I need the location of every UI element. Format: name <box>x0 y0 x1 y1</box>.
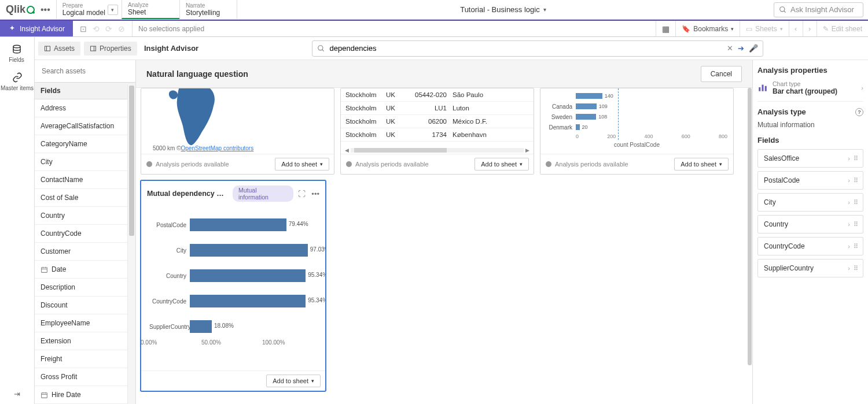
analysis-field-item[interactable]: SupplierCountry›⠿ <box>757 259 863 277</box>
assets-button[interactable]: Assets <box>38 42 80 55</box>
field-item[interactable]: CountryCode <box>35 225 135 243</box>
sparkle-icon <box>8 25 16 33</box>
app-menu-icon[interactable]: ••• <box>41 5 50 15</box>
map-credit: 5000 km ©OpenStreetMap contributors <box>153 145 253 151</box>
add-to-sheet-button[interactable]: Add to sheet ▾ <box>266 375 321 387</box>
collapse-rail-button[interactable]: ⇥ <box>8 384 26 404</box>
logo-text: Qlik <box>6 3 25 16</box>
field-item[interactable]: Freight <box>35 350 135 368</box>
periods-indicator[interactable]: Analysis periods available <box>545 161 628 168</box>
nlq-search[interactable]: ✕ ➔ 🎤 <box>312 40 763 57</box>
selections-tool-icon[interactable]: ▦ <box>656 21 675 36</box>
card-table[interactable]: StockholmUK05442-020São PauloStockholmUK… <box>340 88 534 175</box>
add-to-sheet-button[interactable]: Add to sheet ▾ <box>475 158 529 171</box>
fields-scrollbar[interactable] <box>127 84 135 404</box>
periods-indicator[interactable]: Analysis periods available <box>345 161 429 168</box>
fields-list[interactable]: AddressAverageCallSatisfactionCategoryNa… <box>35 99 135 404</box>
drag-handle-icon[interactable]: ⠿ <box>854 265 857 272</box>
sheets-button[interactable]: ▭ Sheets ▾ <box>740 21 788 36</box>
nlq-search-input[interactable] <box>330 44 722 53</box>
cancel-button[interactable]: Cancel <box>701 66 742 82</box>
card-map[interactable]: 5000 km ©OpenStreetMap contributors Anal… <box>141 88 334 175</box>
field-item[interactable]: Date <box>35 261 135 279</box>
add-to-sheet-button[interactable]: Add to sheet ▾ <box>674 158 729 171</box>
field-item[interactable]: CategoryName <box>35 135 135 153</box>
nav-tab-prepare[interactable]: Prepare Logical model ▾ <box>56 0 122 19</box>
bookmarks-button[interactable]: 🔖 Bookmarks ▾ <box>675 21 740 36</box>
cards-area[interactable]: 5000 km ©OpenStreetMap contributors Anal… <box>136 88 752 404</box>
table-row[interactable]: StockholmUK1734København <box>341 128 534 142</box>
field-item[interactable]: Extension <box>35 332 135 350</box>
card-mutual-dependency[interactable]: Mutual dependency bet… Mutual informatio… <box>141 180 326 391</box>
step-forward-icon[interactable]: ⟳ <box>105 24 112 34</box>
field-item[interactable]: ContactName <box>35 171 135 189</box>
analysis-field-item[interactable]: City›⠿ <box>757 193 863 212</box>
field-item[interactable]: Customer <box>35 243 135 261</box>
field-item[interactable]: Gross Profit <box>35 368 135 386</box>
hscroll-thumb[interactable] <box>354 148 447 153</box>
field-item[interactable]: Cost of Sale <box>35 189 135 207</box>
hbar-label: PostalCode <box>149 222 190 228</box>
chevron-down-icon[interactable]: ▾ <box>108 5 118 15</box>
periods-indicator[interactable]: Analysis periods available <box>146 161 229 168</box>
scroll-right-icon[interactable]: ▶ <box>524 147 531 153</box>
table-hscroll[interactable]: ◀ ▶ <box>341 147 534 154</box>
clear-selections-icon[interactable]: ⊘ <box>118 24 125 34</box>
nav-tab-narrate[interactable]: Narrate Storytelling <box>179 0 237 19</box>
analysis-field-item[interactable]: Country›⠿ <box>757 215 863 233</box>
card-minibar[interactable]: 140Canada109Sweden108Denmark20 020040060… <box>540 88 734 175</box>
edit-sheet-button[interactable]: ✎ Edit sheet <box>816 21 868 36</box>
field-item[interactable]: Discount <box>35 296 135 314</box>
analysis-field-item[interactable]: PostalCode›⠿ <box>757 171 863 190</box>
svg-line-1 <box>784 10 786 12</box>
rail-item-master-items[interactable]: Master items <box>0 68 34 96</box>
app-title[interactable]: Tutorial - Business logic ▾ <box>237 0 769 19</box>
add-to-sheet-button[interactable]: Add to sheet ▾ <box>275 158 329 171</box>
analysis-field-item[interactable]: SalesOffice›⠿ <box>757 149 863 168</box>
field-item[interactable]: Address <box>35 99 135 117</box>
table-row[interactable]: StockholmUK06200México D.F. <box>341 115 534 128</box>
prev-sheet-button[interactable]: ‹ <box>789 21 803 36</box>
more-icon[interactable]: ••• <box>311 190 319 198</box>
field-item[interactable]: Description <box>35 279 135 296</box>
analysis-field-item[interactable]: CountryCode›⠿ <box>757 237 863 255</box>
insight-advisor-button[interactable]: Insight Advisor <box>0 21 73 36</box>
fields-search-input[interactable] <box>38 64 132 79</box>
field-name: Cost of Sale <box>41 194 78 202</box>
field-item[interactable]: Country <box>35 207 135 225</box>
scrollbar-thumb[interactable] <box>129 86 134 236</box>
step-back-icon[interactable]: ⟲ <box>93 24 100 34</box>
drag-handle-icon[interactable]: ⠿ <box>854 243 857 250</box>
smart-search-icon[interactable]: ⊡ <box>80 24 87 34</box>
table-row[interactable]: StockholmUKLU1Luton <box>341 102 534 115</box>
hbar-label: Country <box>149 273 190 279</box>
field-item[interactable]: AverageCallSatisfaction <box>35 117 135 135</box>
search-icon <box>317 45 325 53</box>
scroll-left-icon[interactable]: ◀ <box>343 147 351 153</box>
hbar-bar <box>190 320 212 333</box>
expand-icon[interactable]: ⛶ <box>298 190 306 198</box>
scrollbar-thumb[interactable] <box>748 88 752 365</box>
nav-tab-analyze[interactable]: Analyze Sheet <box>122 0 179 19</box>
drag-handle-icon[interactable]: ⠿ <box>854 155 857 162</box>
help-icon[interactable]: ? <box>855 108 863 116</box>
drag-handle-icon[interactable]: ⠿ <box>854 221 857 228</box>
next-sheet-button[interactable]: › <box>803 21 816 36</box>
submit-arrow-icon[interactable]: ➔ <box>738 44 744 53</box>
results-scrollbar[interactable] <box>746 88 752 404</box>
properties-button[interactable]: Properties <box>84 42 137 55</box>
drag-handle-icon[interactable]: ⠿ <box>854 177 857 184</box>
field-item[interactable]: Hire Date <box>35 386 135 404</box>
osm-link[interactable]: OpenStreetMap contributors <box>181 145 254 151</box>
global-search-input[interactable]: Ask Insight Advisor <box>774 2 863 17</box>
field-item[interactable]: EmployeeName <box>35 314 135 332</box>
no-selections-label: No selections applied <box>133 21 210 36</box>
rail-item-fields[interactable]: Fields <box>0 39 34 68</box>
minibar-label: Sweden <box>546 114 572 120</box>
field-item[interactable]: City <box>35 153 135 171</box>
table-row[interactable]: StockholmUK05442-020São Paulo <box>341 88 534 102</box>
microphone-icon[interactable]: 🎤 <box>749 44 758 53</box>
clear-icon[interactable]: ✕ <box>727 44 733 53</box>
drag-handle-icon[interactable]: ⠿ <box>854 199 857 206</box>
chart-type-selector[interactable]: Chart type Bar chart (grouped) › <box>757 80 863 102</box>
